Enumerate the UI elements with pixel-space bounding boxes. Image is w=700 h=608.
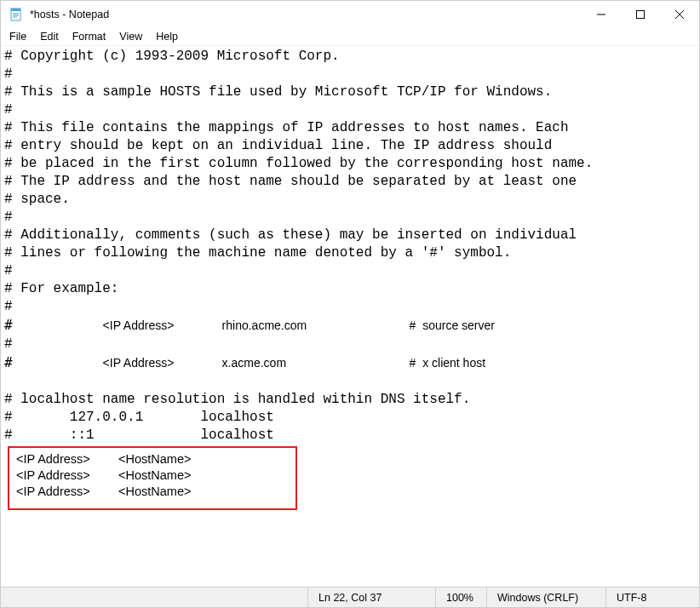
svg-rect-6: [637, 11, 645, 19]
titlebar: *hosts - Notepad: [1, 1, 699, 28]
status-position: Ln 22, Col 37: [307, 588, 435, 607]
menu-file[interactable]: File: [3, 30, 33, 43]
window-controls: [582, 1, 699, 28]
menu-edit[interactable]: Edit: [33, 30, 66, 43]
menu-format[interactable]: Format: [66, 30, 113, 43]
minimize-button[interactable]: [582, 1, 621, 28]
highlight-row: <IP Address><HostName>: [16, 451, 289, 467]
close-button[interactable]: [660, 1, 699, 28]
editor-area[interactable]: # Copyright (c) 1993-2009 Microsoft Corp…: [1, 45, 699, 587]
maximize-button[interactable]: [621, 1, 660, 28]
status-spacer: [1, 588, 307, 607]
window-title: *hosts - Notepad: [30, 9, 109, 20]
menu-view[interactable]: View: [112, 30, 149, 43]
highlight-box: <IP Address><HostName><IP Address><HostN…: [8, 446, 297, 510]
notepad-icon: [9, 8, 23, 21]
highlight-row: <IP Address><HostName>: [16, 484, 289, 500]
status-zoom: 100%: [435, 588, 486, 607]
status-line-ending: Windows (CRLF): [486, 588, 605, 607]
menu-help[interactable]: Help: [149, 30, 185, 43]
text-content[interactable]: # Copyright (c) 1993-2009 Microsoft Corp…: [1, 46, 699, 512]
svg-rect-1: [11, 9, 20, 11]
statusbar: Ln 22, Col 37 100% Windows (CRLF) UTF-8: [1, 587, 699, 607]
status-encoding: UTF-8: [605, 588, 699, 607]
highlight-row: <IP Address><HostName>: [16, 467, 289, 484]
menubar: File Edit Format View Help: [1, 28, 699, 45]
